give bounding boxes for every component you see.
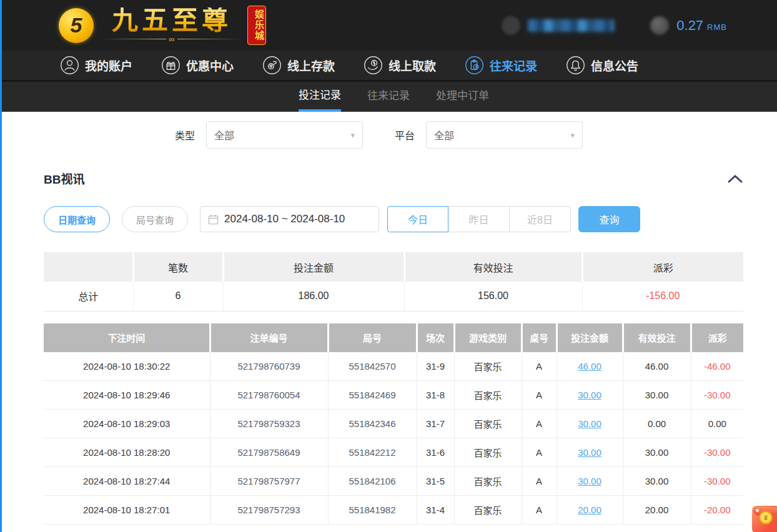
summary-row: 总计 6 186.00 156.00 -156.00 bbox=[44, 282, 743, 311]
summary-header: 派彩 bbox=[582, 252, 743, 282]
logo-flourish: ∞ bbox=[100, 35, 244, 44]
bet-records-table: 下注时间 注单编号 局号 场次 游戏类别 桌号 投注金额 有效投注 派彩 202… bbox=[44, 323, 743, 525]
balance: 0.27RMB bbox=[676, 17, 727, 34]
col-header-valid-bet: 有效投注 bbox=[623, 323, 691, 352]
summary-header: 笔数 bbox=[133, 252, 223, 282]
main-nav: 我的账户 优惠中心 线上存款 线上取款 往来记录 信息公告 bbox=[0, 51, 777, 82]
col-header-bet-time: 下注时间 bbox=[44, 323, 210, 352]
logo-coin-icon: 5 bbox=[59, 8, 94, 43]
filter-row: 类型 全部 ▾ 平台 全部 ▾ bbox=[0, 121, 777, 149]
bet-amount-link[interactable]: 30.00 bbox=[578, 390, 601, 400]
bet-amount-link[interactable]: 30.00 bbox=[578, 476, 601, 486]
yesterday-button[interactable]: 昨日 bbox=[448, 206, 510, 232]
col-header-table-no: 桌号 bbox=[522, 323, 557, 352]
col-header-game-type: 游戏类别 bbox=[454, 323, 522, 352]
content: BB视讯 日期查询 局号查询 2024-08-10 ~ 2024-08-10 今… bbox=[0, 170, 777, 525]
withdraw-icon bbox=[364, 56, 383, 75]
left-edge-accent bbox=[0, 0, 2, 532]
nav-item-withdraw[interactable]: 线上取款 bbox=[364, 56, 436, 75]
table-row: 2024-08-10 18:29:03521798759323551842346… bbox=[44, 410, 743, 438]
type-select[interactable]: 全部 ▾ bbox=[206, 121, 363, 149]
balance-currency: RMB bbox=[707, 22, 727, 32]
section-head: BB视讯 bbox=[44, 170, 743, 187]
date-range-value: 2024-08-10 ~ 2024-08-10 bbox=[224, 213, 345, 225]
record-tabs: 投注记录 往来记录 处理中订单 bbox=[0, 82, 777, 112]
col-header-round-no: 局号 bbox=[328, 323, 417, 352]
page: 5 九五至尊 ∞ 娱乐城 0.27RMB 我的账户 优惠中心 bbox=[0, 0, 777, 532]
collapse-section-button[interactable] bbox=[727, 173, 743, 184]
red-envelope-widget[interactable]: ¥ bbox=[752, 506, 777, 532]
envelope-coin-icon: ¥ bbox=[759, 511, 773, 525]
avatar bbox=[502, 16, 520, 35]
site-logo[interactable]: 5 九五至尊 ∞ 娱乐城 bbox=[59, 6, 266, 45]
platform-filter-label: 平台 bbox=[395, 127, 415, 142]
quick-date-group: 今日 昨日 近8日 bbox=[387, 206, 571, 232]
col-header-payout: 派彩 bbox=[691, 323, 743, 352]
tab-bet-records[interactable]: 投注记录 bbox=[299, 82, 341, 112]
summary-header: 投注金额 bbox=[223, 252, 404, 282]
today-button[interactable]: 今日 bbox=[387, 206, 448, 232]
summary-total-label: 总计 bbox=[44, 282, 133, 311]
search-button[interactable]: 查询 bbox=[578, 206, 640, 232]
summary-count: 6 bbox=[133, 282, 223, 311]
gift-icon bbox=[161, 56, 181, 75]
balance-amount: 0.27 bbox=[676, 17, 703, 33]
summary-header bbox=[44, 252, 133, 282]
query-controls: 日期查询 局号查询 2024-08-10 ~ 2024-08-10 今日 昨日 … bbox=[44, 206, 743, 232]
deposit-icon bbox=[262, 56, 282, 75]
summary-payout: -156.00 bbox=[582, 282, 743, 311]
col-header-session: 场次 bbox=[417, 323, 454, 352]
bet-amount-link[interactable]: 20.00 bbox=[578, 505, 601, 515]
chevron-down-icon: ▾ bbox=[350, 131, 355, 140]
balance-coin-icon bbox=[650, 16, 669, 35]
records-icon bbox=[465, 56, 484, 75]
table-row: 2024-08-10 18:30:22521798760739551842570… bbox=[44, 352, 743, 381]
section-title: BB视讯 bbox=[44, 170, 84, 187]
table-row: 2024-08-10 18:27:44521798757977551842106… bbox=[44, 467, 743, 496]
nav-item-deposit[interactable]: 线上存款 bbox=[262, 56, 335, 75]
top-header: 5 九五至尊 ∞ 娱乐城 0.27RMB bbox=[0, 0, 777, 51]
bell-icon bbox=[566, 56, 585, 75]
summary-table: 笔数 投注金额 有效投注 派彩 总计 6 186.00 156.00 -156.… bbox=[44, 252, 743, 312]
table-row: 2024-08-10 18:27:01521798757293551841982… bbox=[44, 496, 743, 525]
user-icon bbox=[60, 56, 79, 75]
nav-item-announcements[interactable]: 信息公告 bbox=[566, 56, 638, 75]
type-filter-label: 类型 bbox=[175, 127, 195, 142]
table-row: 2024-08-10 18:29:46521798760054551842469… bbox=[44, 381, 743, 410]
brand-badge: 娱乐城 bbox=[247, 6, 266, 45]
nav-item-promotions[interactable]: 优惠中心 bbox=[161, 56, 234, 75]
summary-bet-amount: 186.00 bbox=[223, 282, 404, 311]
calendar-icon bbox=[208, 214, 219, 225]
col-header-order-no: 注单编号 bbox=[210, 323, 328, 352]
summary-header: 有效投注 bbox=[404, 252, 582, 282]
brand-name: 九五至尊 bbox=[112, 7, 232, 34]
chevron-up-icon bbox=[727, 174, 743, 184]
platform-select[interactable]: 全部 ▾ bbox=[426, 121, 583, 149]
tab-pending-orders[interactable]: 处理中订单 bbox=[436, 82, 489, 112]
date-query-button[interactable]: 日期查询 bbox=[44, 206, 110, 232]
nav-item-my-account[interactable]: 我的账户 bbox=[60, 56, 132, 75]
tab-transaction-records[interactable]: 往来记录 bbox=[367, 82, 410, 112]
bet-amount-link[interactable]: 30.00 bbox=[578, 447, 601, 458]
bet-amount-link[interactable]: 46.00 bbox=[578, 361, 601, 372]
bet-amount-link[interactable]: 30.00 bbox=[578, 418, 601, 429]
username-redacted bbox=[528, 19, 614, 32]
chevron-down-icon: ▾ bbox=[571, 131, 575, 140]
table-body: 2024-08-10 18:30:22521798760739551842570… bbox=[44, 352, 743, 525]
round-query-button[interactable]: 局号查询 bbox=[122, 206, 188, 232]
user-area: 0.27RMB bbox=[502, 0, 727, 51]
col-header-bet-amount: 投注金额 bbox=[557, 323, 623, 352]
last8days-button[interactable]: 近8日 bbox=[510, 206, 571, 232]
summary-valid-bet: 156.00 bbox=[404, 282, 582, 311]
table-row: 2024-08-10 18:28:20521798758649551842212… bbox=[44, 438, 743, 467]
date-range-input[interactable]: 2024-08-10 ~ 2024-08-10 bbox=[200, 206, 379, 232]
nav-item-transaction-records[interactable]: 往来记录 bbox=[465, 56, 537, 75]
